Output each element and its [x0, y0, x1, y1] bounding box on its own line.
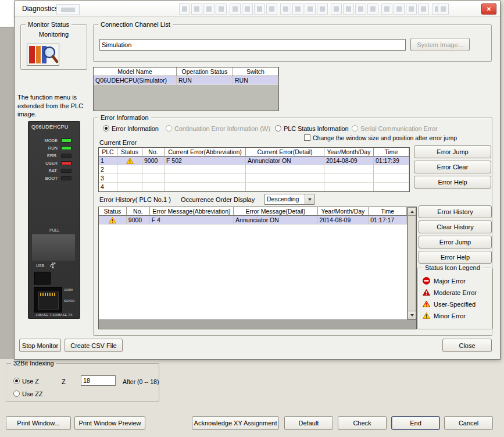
history-error-help-button[interactable]: Error Help — [419, 251, 492, 264]
usb-label: USB — [36, 264, 44, 268]
occurrence-order-select[interactable]: Descending — [264, 194, 314, 205]
plc-model-label: Q06UDEHCPU — [31, 124, 69, 130]
plc-status-information-radio[interactable]: PLC Status Information — [275, 125, 349, 132]
use-z-radio[interactable]: Use Z — [13, 377, 39, 385]
resize-after-jump-checkbox[interactable]: Change the window size and position afte… — [304, 134, 457, 141]
indexing-group-title: 32Bit Indexing — [11, 359, 56, 367]
plc-note-text: The function menu is extended from the P… — [17, 93, 87, 119]
model-table-header: Model Name Operation Status Switch — [94, 67, 278, 76]
pull-tab — [32, 235, 75, 261]
scroll-down-icon[interactable] — [408, 311, 416, 319]
scroll-up-icon[interactable] — [408, 207, 416, 216]
diagnostics-dialog: Diagnostics ✕ Monitor Status Monitoring — [15, 1, 500, 359]
z-value-input[interactable] — [81, 375, 116, 386]
status-icon-legend-title: Status Icon Legend — [423, 264, 482, 272]
current-error-row[interactable]: 2 — [99, 165, 409, 174]
stop-monitor-button[interactable]: Stop Monitor — [19, 339, 61, 352]
dialog-title: Diagnostics — [22, 5, 58, 13]
background-toolbar-icons — [179, 3, 444, 15]
minor-error-icon — [423, 312, 430, 320]
mode-led-icon — [61, 138, 72, 143]
horizontal-scrollbar[interactable] — [99, 319, 416, 329]
dialog-titlebar[interactable]: Diagnostics ✕ — [15, 1, 500, 17]
print-window-preview-button[interactable]: Print Window Preview — [74, 416, 145, 430]
radio-dot-icon — [13, 390, 20, 397]
pull-label: PULL — [49, 228, 60, 232]
ethernet-port — [34, 287, 62, 312]
system-image-button[interactable]: System Image... — [410, 38, 470, 51]
err-led-icon — [61, 154, 72, 158]
chevron-down-icon[interactable] — [305, 194, 314, 204]
user-led-icon — [61, 161, 72, 165]
port-type-label: 10BASE-T/100BASE-TX — [28, 313, 80, 317]
occurrence-order-label: Occurrence Order Display — [181, 196, 255, 203]
close-button[interactable]: ✕ — [481, 3, 496, 15]
occurrence-order-value: Descending — [265, 194, 305, 204]
model-table: Model Name Operation Status Switch Q06UD… — [93, 67, 279, 111]
usb-port — [34, 272, 51, 285]
close-dialog-button[interactable]: Close — [442, 339, 492, 352]
create-csv-button[interactable]: Create CSV File — [65, 339, 123, 352]
led-label-err: ERR. — [28, 153, 58, 158]
legend-item-user-specified: User-Specified — [423, 300, 476, 309]
error-history-content: Status No. Error Message(Abbreviation) E… — [99, 207, 407, 319]
monitor-status-groupbox: Monitor Status Monitoring — [20, 24, 87, 70]
led-label-bat: BAT. — [28, 168, 58, 173]
use-zz-radio[interactable]: Use ZZ — [13, 390, 42, 397]
radio-dot-icon — [352, 125, 358, 132]
boot-led-icon — [61, 176, 72, 180]
monitor-status-title: Monitor Status — [26, 20, 72, 29]
radio-dot-icon — [103, 125, 109, 132]
connection-channel-title: Connection Channel List — [98, 20, 173, 29]
error-jump-button[interactable]: Error Jump — [414, 145, 491, 158]
background-toolbar-artifact — [56, 4, 80, 15]
indexing-groupbox: 32Bit Indexing Use Z Z After (0 -- 18) U… — [6, 363, 159, 402]
default-button[interactable]: Default — [284, 416, 333, 430]
led-label-user: USER — [28, 161, 58, 166]
error-clear-button[interactable]: Error Clear — [414, 161, 491, 173]
current-error-row[interactable]: 3 — [99, 174, 409, 183]
error-history-button[interactable]: Error History — [419, 205, 492, 218]
current-error-row[interactable]: 1 9000 F 502 Annunciator ON 2014-08-09 0… — [99, 157, 409, 165]
current-error-row[interactable]: 4 — [99, 183, 409, 191]
end-button[interactable]: End — [391, 416, 440, 430]
current-error-table: PLC Status No. Current Error(Abbreviatio… — [98, 147, 410, 192]
user-specified-icon — [423, 301, 430, 308]
model-table-row[interactable]: Q06UDEHCPU(Simulator) RUN RUN — [94, 76, 278, 85]
error-history-table: Status No. Error Message(Abbreviation) E… — [98, 207, 417, 329]
legend-item-major: Major Error — [423, 276, 466, 286]
monitor-status-image — [27, 44, 59, 66]
user-specified-warning-icon — [99, 216, 127, 225]
error-help-button[interactable]: Error Help — [414, 176, 491, 189]
error-history-row[interactable]: 9000 F 4 Annunciator ON 2014-08-09 01:17… — [99, 216, 407, 225]
checkbox-icon — [304, 134, 310, 141]
legend-item-moderate: Moderate Error — [423, 288, 477, 297]
radio-dot-icon — [275, 125, 281, 132]
error-information-radio[interactable]: Error Information — [103, 125, 159, 132]
radio-dot-icon — [166, 125, 172, 132]
background-window-edge — [0, 0, 15, 359]
vertical-scrollbar[interactable] — [407, 207, 416, 319]
scrollbar-thumb[interactable] — [408, 216, 416, 311]
legend-item-minor: Minor Error — [423, 311, 466, 321]
connection-channel-groupbox: Connection Channel List System Image... — [93, 24, 492, 62]
moderate-error-icon — [423, 289, 430, 297]
print-window-button[interactable]: Print Window... — [6, 416, 71, 430]
speed-led-label: 100M — [64, 288, 73, 292]
led-label-mode: MODE — [28, 138, 58, 143]
current-error-header: PLC Status No. Current Error(Abbreviatio… — [99, 148, 409, 157]
error-history-header: Status No. Error Message(Abbreviation) E… — [99, 207, 407, 216]
serial-communication-error-radio[interactable]: Serial Communication Error — [352, 125, 438, 132]
connection-channel-input[interactable] — [99, 39, 406, 51]
use-z-label: Use Z — [22, 378, 39, 385]
continuation-error-radio[interactable]: Continuation Error Information (W) — [166, 125, 270, 132]
history-error-jump-button[interactable]: Error Jump — [419, 236, 492, 248]
monitoring-status-text: Monitoring — [21, 31, 87, 38]
cancel-button[interactable]: Cancel — [444, 416, 493, 430]
error-information-groupbox: Error Information Error Information Cont… — [93, 118, 492, 336]
clear-history-button[interactable]: Clear History — [419, 221, 492, 233]
check-button[interactable]: Check — [338, 416, 387, 430]
acknowledge-xy-assignment-button[interactable]: Acknowledge XY Assignment — [192, 416, 279, 430]
led-label-run: RUN — [28, 145, 58, 151]
error-history-label: Error History( PLC No.1 ) — [99, 196, 171, 203]
